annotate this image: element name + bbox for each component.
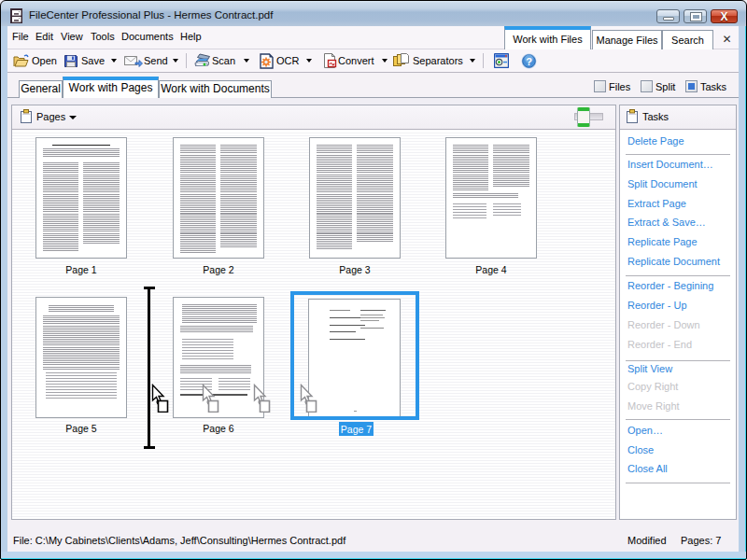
svg-text:?: ? — [526, 56, 532, 67]
